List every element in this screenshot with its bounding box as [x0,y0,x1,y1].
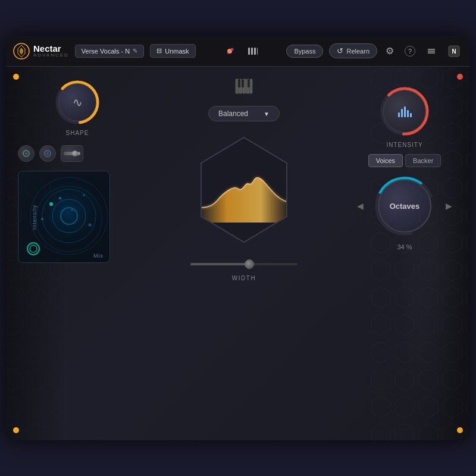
svg-point-22 [49,202,53,206]
logo-area: Nectar ADVANCED [13,43,69,60]
unmask-icon: ⊟ [156,47,162,55]
gear-icon: ⚙ [386,45,394,57]
hexagon-svg [184,130,303,249]
small-icon-2 [43,149,52,158]
pad-x-label: Mix [93,253,104,259]
intensity-knob-body[interactable] [383,90,426,133]
pencil-icon: ✎ [133,48,137,54]
small-icon-1 [22,149,30,158]
svg-rect-7 [254,48,256,55]
small-control-3[interactable] [61,145,83,162]
relearn-icon: ↺ [337,46,343,55]
shape-knob-body[interactable]: ∿ [58,83,96,121]
prev-arrow[interactable]: ◀ [355,199,366,213]
help-button[interactable]: ? [402,43,418,59]
svg-rect-35 [250,79,252,93]
piano-icon [235,79,253,94]
svg-point-23 [59,197,61,199]
intensity-label: INTENSITY [386,142,422,148]
octaves-nav: ◀ [351,173,458,239]
octaves-section: ◀ [351,173,458,250]
width-section: WIDTH [184,258,303,281]
app-subtitle: ADVANCED [33,53,69,58]
grid-view-button[interactable] [245,43,261,60]
shape-knob-wrapper: ∿ [54,79,101,126]
settings-button[interactable]: ⚙ [383,43,396,59]
logo-text: Nectar ADVANCED [33,44,69,58]
help-icon: ? [405,46,415,57]
svg-rect-5 [248,48,250,55]
dropdown-arrow: ▼ [264,111,270,117]
svg-point-4 [227,52,228,54]
left-panel: ∿ SHAPE [6,67,149,440]
octaves-arc-svg [372,173,437,239]
pad-y-label: Intensity [32,204,37,230]
ni-logo-button[interactable]: N [445,42,463,60]
width-slider-container [190,258,298,270]
app-name: Nectar [33,44,69,53]
svg-point-2 [228,50,231,52]
main-content: ∿ SHAPE [6,67,470,440]
svg-rect-37 [242,79,244,87]
preset-button[interactable]: Verse Vocals - N ✎ [75,45,144,58]
svg-point-16 [46,152,49,155]
svg-rect-6 [251,48,253,55]
svg-point-14 [25,152,27,155]
svg-point-3 [230,48,233,51]
width-slider-fill [190,263,249,265]
intensity-knob-wrapper [378,84,431,138]
grid-icon [247,45,259,57]
piano-roll-icon-area[interactable] [235,79,253,97]
svg-rect-36 [238,79,240,87]
unmask-button[interactable]: ⊟ Unmask [150,44,195,58]
balanced-label: Balanced [218,109,248,118]
swirl-icon [223,45,236,58]
preset-label: Verse Vocals - N [82,48,130,55]
voices-button[interactable]: Voices [368,154,403,167]
midi-button[interactable] [424,43,439,59]
center-panel: Balanced ▼ [149,67,339,440]
intensity-knob-container: INTENSITY [378,84,431,148]
svg-point-25 [41,218,43,220]
svg-point-26 [83,195,85,196]
svg-point-45 [372,173,437,239]
svg-point-27 [89,224,92,227]
swirl-icon-button[interactable] [221,42,239,60]
voices-backer-controls: Voices Backer [368,154,441,167]
svg-rect-8 [257,48,258,55]
right-panel: INTENSITY Voices Backer ◀ [339,67,470,440]
svg-text:N: N [452,48,456,55]
hexagon-display [184,130,303,249]
width-label: WIDTH [232,275,256,281]
width-slider-track[interactable] [190,263,298,265]
octaves-arc-container: Octaves [372,173,437,239]
octaves-percent: 34 % [397,243,412,250]
bars-icon [398,105,412,117]
plugin-window: Nectar ADVANCED Verse Vocals - N ✎ ⊟ Unm… [6,36,470,440]
relearn-button[interactable]: ↺ Relearn [329,43,377,58]
small-controls-row [18,145,137,162]
width-slider-thumb[interactable] [245,259,254,269]
ni-logo-icon: N [447,45,461,58]
balanced-dropdown[interactable]: Balanced ▼ [208,106,280,121]
shape-label: SHAPE [66,130,89,136]
small-knob-2[interactable] [39,145,56,162]
shape-knob-container: ∿ SHAPE [18,79,137,136]
header-bar: Nectar ADVANCED Verse Vocals - N ✎ ⊟ Unm… [6,36,470,67]
midi-icon [426,46,437,57]
intensity-pad[interactable]: Intensity Mix [18,171,110,263]
nectar-logo-icon [13,43,30,60]
next-arrow[interactable]: ▶ [443,199,455,213]
svg-point-24 [71,209,73,211]
backer-button[interactable]: Backer [405,154,441,167]
waveform-icon: ∿ [73,95,83,109]
svg-rect-38 [248,79,250,87]
bypass-button[interactable]: Bypass [286,45,323,58]
small-knob-1[interactable] [18,145,35,162]
